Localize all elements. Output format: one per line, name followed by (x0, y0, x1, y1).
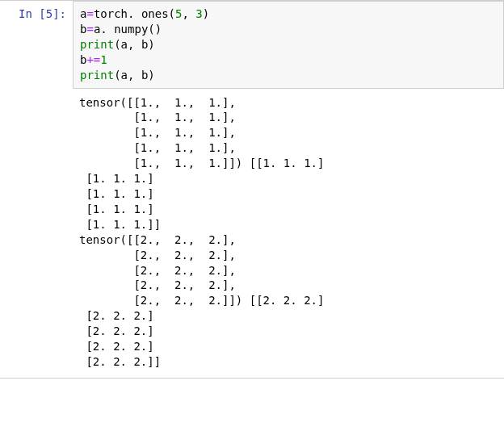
code-token: ( (148, 23, 154, 36)
code-token: 3 (195, 7, 202, 20)
code-line-3: print(a, b) (80, 37, 497, 52)
code-token: ) (155, 23, 162, 36)
notebook-cell: In [5]: a=torch. ones(5, 3) b=a. numpy()… (0, 0, 504, 379)
code-token: ) (203, 7, 209, 20)
code-line-5: print(a, b) (80, 68, 497, 83)
code-line-2: b=a. numpy() (80, 22, 497, 37)
code-line-4: b+=1 (80, 52, 497, 68)
code-input[interactable]: a=torch. ones(5, 3) b=a. numpy() print(a… (73, 1, 504, 89)
code-token: 1 (100, 53, 107, 66)
code-token: = (86, 7, 93, 20)
code-token: . (100, 23, 114, 36)
code-token: ( (114, 69, 120, 82)
code-token: ) (148, 38, 154, 51)
code-token: ones (141, 7, 169, 20)
code-token: a (121, 69, 128, 82)
stdout-output: tensor([[1., 1., 1.], [1., 1., 1.], [1.,… (73, 89, 504, 378)
cell-content: a=torch. ones(5, 3) b=a. numpy() print(a… (73, 1, 504, 378)
code-token: += (86, 53, 100, 66)
code-token: = (86, 23, 93, 36)
code-token: print (80, 38, 114, 51)
code-token: . (128, 7, 141, 20)
input-prompt-label: In [5]: (0, 7, 73, 20)
code-token: a (121, 38, 128, 51)
code-token: , (128, 69, 141, 82)
code-token: torch (94, 7, 128, 20)
code-token: print (80, 69, 114, 82)
code-token: , (182, 7, 195, 20)
code-line-1: a=torch. ones(5, 3) (80, 6, 497, 22)
code-token: , (128, 38, 141, 51)
code-token: ) (148, 69, 154, 82)
code-token: ( (169, 7, 175, 20)
code-token: numpy (114, 23, 148, 36)
prompt-area: In [5]: (0, 1, 73, 378)
code-token: ( (114, 38, 120, 51)
